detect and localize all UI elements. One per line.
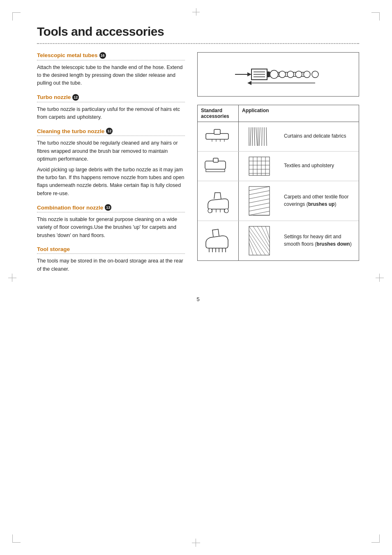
section-turbo: Turbo nozzle 12 The turbo nozzle is part… bbox=[37, 94, 185, 122]
main-content: Telescopic metal tubes 16 Attach the tel… bbox=[37, 52, 359, 280]
svg-rect-34 bbox=[206, 169, 225, 172]
turbo-badge: 12 bbox=[72, 94, 79, 101]
acc-text-4: Settings for heavy dirt and smooth floor… bbox=[280, 221, 359, 260]
svg-point-12 bbox=[304, 71, 310, 78]
tube-diagram bbox=[197, 52, 359, 97]
svg-point-9 bbox=[279, 71, 286, 78]
cleaning-badge: 12 bbox=[106, 128, 113, 134]
svg-marker-15 bbox=[247, 81, 251, 85]
acc-text-1: Curtains and delicate fabrics bbox=[280, 122, 359, 151]
telescopic-body-text: Attach the telescopic tube to the handle… bbox=[37, 64, 185, 88]
tool-storage-divider bbox=[37, 253, 185, 254]
section-title-tool-storage: Tool storage bbox=[37, 246, 185, 252]
svg-line-29 bbox=[262, 127, 262, 146]
acc-image-4 bbox=[198, 221, 239, 260]
acc-image-1 bbox=[198, 122, 239, 151]
turbo-title-text: Turbo nozzle bbox=[37, 94, 71, 100]
telescopic-title-text: Telescopic metal tubes bbox=[37, 52, 98, 58]
telescopic-body: Attach the telescopic tube to the handle… bbox=[37, 64, 185, 88]
svg-point-11 bbox=[295, 71, 302, 78]
combination-divider bbox=[37, 212, 185, 212]
acc-image-2 bbox=[198, 152, 239, 181]
acc-app-image-1 bbox=[239, 122, 280, 151]
acc-app-image-3 bbox=[239, 181, 280, 221]
svg-rect-35 bbox=[249, 157, 270, 175]
svg-rect-17 bbox=[214, 129, 220, 134]
acc-text-2: Textiles and upholstery bbox=[280, 152, 359, 181]
cleaning-body: The turbo nozzle should be regularly cle… bbox=[37, 139, 185, 198]
turbo-divider bbox=[37, 102, 185, 102]
section-cleaning: Cleaning the turbo nozzle 12 The turbo n… bbox=[37, 128, 185, 198]
page-title: Tools and accessories bbox=[37, 25, 359, 39]
app-svg-1 bbox=[247, 125, 272, 148]
app-svg-2 bbox=[247, 155, 272, 177]
acc-row-2: Textiles and upholstery bbox=[198, 152, 359, 181]
combination-badge: 13 bbox=[105, 204, 111, 211]
svg-point-10 bbox=[287, 71, 294, 78]
combination-body: This nozzle is suitable for general purp… bbox=[37, 216, 185, 240]
svg-line-28 bbox=[259, 127, 260, 146]
acc-row-1: Curtains and delicate fabrics bbox=[198, 122, 359, 152]
section-telescopic: Telescopic metal tubes 16 Attach the tel… bbox=[37, 52, 185, 88]
svg-rect-33 bbox=[213, 158, 218, 162]
section-title-combination: Combination floor nozzle 13 bbox=[37, 204, 185, 211]
page-container: Tools and accessories Telescopic metal t… bbox=[0, 0, 392, 555]
svg-line-23 bbox=[250, 127, 251, 146]
acc-text-3: Carpets and other textile floor covering… bbox=[280, 181, 359, 221]
cleaning-body-text-1: The turbo nozzle should be regularly cle… bbox=[37, 139, 185, 163]
combination-title-text: Combination floor nozzle bbox=[37, 205, 103, 211]
acc-image-3 bbox=[198, 181, 239, 221]
app-svg-4 bbox=[247, 224, 272, 257]
svg-line-26 bbox=[256, 127, 257, 146]
turbo-body-text: The turbo nozzle is particulary usful fo… bbox=[37, 106, 185, 122]
turbo-body: The turbo nozzle is particulary usful fo… bbox=[37, 106, 185, 122]
svg-point-48 bbox=[208, 209, 212, 213]
tool-storage-title-text: Tool storage bbox=[37, 246, 70, 252]
right-column: Standard accessories Application bbox=[197, 52, 359, 280]
accessories-header: Standard accessories Application bbox=[198, 105, 359, 122]
title-divider bbox=[37, 43, 359, 44]
tool-svg-1 bbox=[202, 125, 235, 148]
acc-header-col1: Standard accessories bbox=[198, 105, 239, 122]
section-tool-storage: Tool storage The tools may be stored in … bbox=[37, 246, 185, 273]
acc-app-image-2 bbox=[239, 152, 280, 181]
svg-point-8 bbox=[270, 70, 278, 78]
acc-row-4: Settings for heavy dirt and smooth floor… bbox=[198, 221, 359, 260]
tool-svg-2 bbox=[202, 155, 235, 177]
section-title-telescopic: Telescopic metal tubes 16 bbox=[37, 52, 185, 59]
svg-line-31 bbox=[266, 127, 267, 146]
acc-header-col2: Application bbox=[239, 105, 359, 122]
svg-point-49 bbox=[224, 209, 228, 213]
tool-storage-body: The tools may be stored in the on-board … bbox=[37, 257, 185, 273]
cleaning-title-text: Cleaning the turbo nozzle bbox=[37, 128, 104, 134]
acc-text-3-content: Carpets and other textile floor covering… bbox=[284, 193, 355, 208]
tube-diagram-svg bbox=[233, 60, 323, 89]
svg-marker-1 bbox=[247, 72, 251, 76]
cleaning-body-text-2: Avoid picking up large debris with the t… bbox=[37, 166, 185, 198]
accessories-table: Standard accessories Application bbox=[197, 105, 359, 261]
tool-storage-body-text: The tools may be stored in the on-board … bbox=[37, 257, 185, 273]
tool-svg-4 bbox=[202, 224, 235, 257]
section-combination: Combination floor nozzle 13 This nozzle … bbox=[37, 204, 185, 240]
app-svg-3 bbox=[247, 184, 272, 217]
page-number: 5 bbox=[37, 296, 359, 302]
telescopic-badge: 16 bbox=[99, 52, 106, 59]
section-title-cleaning: Cleaning the turbo nozzle 12 bbox=[37, 128, 185, 134]
svg-rect-6 bbox=[267, 71, 270, 77]
acc-text-4-content: Settings for heavy dirt and smooth floor… bbox=[284, 233, 355, 248]
svg-line-24 bbox=[252, 127, 253, 146]
acc-row-3: Carpets and other textile floor covering… bbox=[198, 181, 359, 221]
acc-app-image-4 bbox=[239, 221, 280, 260]
cleaning-divider bbox=[37, 136, 185, 136]
tool-svg-3 bbox=[202, 184, 235, 217]
left-column: Telescopic metal tubes 16 Attach the tel… bbox=[37, 52, 185, 280]
svg-point-13 bbox=[312, 71, 318, 78]
section-title-turbo: Turbo nozzle 12 bbox=[37, 94, 185, 101]
telescopic-divider bbox=[37, 60, 185, 60]
svg-line-25 bbox=[254, 127, 255, 146]
combination-body-text: This nozzle is suitable for general purp… bbox=[37, 216, 185, 240]
